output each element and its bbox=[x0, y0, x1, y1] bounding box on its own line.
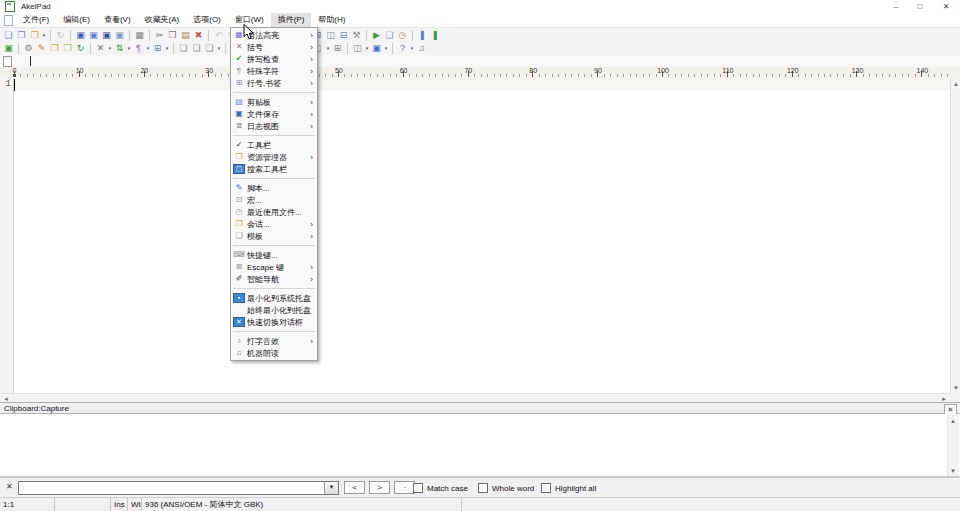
plugins-menu-item-smart-navigation[interactable]: ✐智能导航› bbox=[231, 273, 317, 285]
scroll-down-icon[interactable]: ▾ bbox=[948, 466, 958, 475]
menu-item-label: 最近使用文件... bbox=[247, 207, 302, 218]
save-as-button[interactable]: ▣ bbox=[87, 29, 100, 42]
maximize-button[interactable]: □ bbox=[908, 0, 932, 13]
text-editor-area[interactable]: 1 bbox=[0, 78, 950, 393]
menu-options[interactable]: 选项(O) bbox=[186, 13, 228, 27]
match-case-checkbox-box[interactable] bbox=[413, 483, 423, 493]
plugins-menu-item-log-view[interactable]: ≣日志视图› bbox=[231, 120, 317, 132]
menu-view[interactable]: 查看(V) bbox=[97, 13, 138, 27]
whole-word-checkbox-box[interactable] bbox=[478, 483, 488, 493]
dropdown-arrow-icon[interactable]: ▾ bbox=[216, 45, 222, 51]
plugins-menu-item-spell-check[interactable]: ✔拼写检查› bbox=[231, 53, 317, 65]
plugins-menu-item-always-minimize-to-tray[interactable]: 始终最小化到托盘 bbox=[231, 304, 317, 316]
highlight-all-checkbox-box[interactable] bbox=[541, 483, 551, 493]
plugins-menu-item-sessions[interactable]: ❒会话...› bbox=[231, 218, 317, 230]
help-book-1-button[interactable]: ❚ bbox=[416, 29, 429, 42]
dropdown-arrow-icon[interactable]: ▾ bbox=[41, 32, 47, 38]
plugins-menu-item-clipboard[interactable]: ▤剪贴板› bbox=[231, 96, 317, 108]
plugins-menu-item-macros[interactable]: ⊡宏... bbox=[231, 194, 317, 206]
vertical-scrollbar[interactable]: ▴ ▾ bbox=[950, 78, 960, 393]
plugins-menu-item-toolbar[interactable]: ✓工具栏 bbox=[231, 139, 317, 151]
settings-wrench-button[interactable]: ⚒ bbox=[350, 29, 363, 42]
highlight-settings-button[interactable]: ⚙ bbox=[22, 42, 35, 55]
clipboard-panel-content[interactable] bbox=[0, 414, 960, 477]
new-file-button[interactable]: ❏ bbox=[2, 29, 15, 42]
goto-arrows-button[interactable]: ⇅▾ bbox=[113, 42, 132, 55]
dropdown-arrow-icon[interactable]: ▾ bbox=[164, 45, 170, 51]
search-input[interactable] bbox=[20, 482, 320, 492]
scroll-up-icon[interactable]: ▴ bbox=[951, 79, 960, 88]
menu-edit[interactable]: 编辑(E) bbox=[56, 13, 97, 27]
plugins-menu-item-recent-files[interactable]: ◷最近使用文件... bbox=[231, 206, 317, 218]
special-char-insert-button[interactable]: ¶▾ bbox=[132, 42, 151, 55]
plugins-menu-item-search-toolbar[interactable]: ▢搜索工具栏 bbox=[231, 163, 317, 175]
find-dot-button[interactable]: · bbox=[394, 481, 415, 494]
match-case-checkbox[interactable]: Match case bbox=[413, 483, 468, 493]
plugins-menu-item-typing-sound[interactable]: ♪打字音效› bbox=[231, 335, 317, 347]
plugins-menu-item-escape-key[interactable]: ⊠Escape 键› bbox=[231, 261, 317, 273]
scroll-up-icon[interactable]: ▴ bbox=[948, 416, 958, 425]
plugins-menu-item-explorer[interactable]: ❒资源管理器› bbox=[231, 151, 317, 163]
split-vertical-button[interactable]: ◫ bbox=[324, 29, 337, 42]
copy-button[interactable]: ❐ bbox=[166, 29, 179, 42]
menu-file[interactable]: 文件(F) bbox=[16, 13, 56, 27]
highlight-all-checkbox[interactable]: Highlight all bbox=[541, 483, 596, 493]
search-combobox[interactable]: ▼ bbox=[18, 481, 339, 495]
plugins-menu-item-special-chars[interactable]: ¶特殊字符› bbox=[231, 65, 317, 77]
print-button[interactable]: ▦ bbox=[133, 29, 146, 42]
table-insert-button[interactable]: ⊞▾ bbox=[151, 42, 170, 55]
edit-pencil-button[interactable]: ✎ bbox=[35, 42, 48, 55]
save-copy-button[interactable]: ▣ bbox=[113, 29, 126, 42]
preview-page-button[interactable]: ❏ bbox=[383, 29, 396, 42]
brackets-select-button[interactable]: ✕▾ bbox=[94, 42, 113, 55]
scroll-down-icon[interactable]: ▾ bbox=[951, 383, 960, 392]
menu-favorites[interactable]: 收藏夹(A) bbox=[138, 13, 187, 27]
dropdown-arrow-icon[interactable]: ▾ bbox=[383, 45, 389, 51]
favorites-folder-button[interactable]: ❒ bbox=[48, 42, 61, 55]
save-all-button[interactable]: ▣ bbox=[100, 29, 113, 42]
menu-help[interactable]: 帮助(H) bbox=[311, 13, 352, 27]
search-folder-button[interactable]: ❒ bbox=[61, 42, 74, 55]
grid-toggle-button[interactable]: ⊞ bbox=[331, 42, 344, 55]
recent-clock-button[interactable]: ◷ bbox=[396, 29, 409, 42]
search-close-icon[interactable]: ✕ bbox=[6, 483, 13, 491]
help-book-2-button[interactable]: ❚ bbox=[429, 29, 442, 42]
panel-dd-button[interactable]: ▣▾ bbox=[370, 42, 389, 55]
split-horizontal-button[interactable]: ⊟ bbox=[337, 29, 350, 42]
run-script-button[interactable]: ▶ bbox=[370, 29, 383, 42]
plugins-menu-item-minimize-to-tray[interactable]: ▪最小化到系统托盘 bbox=[231, 292, 317, 304]
coder-badge-button[interactable]: ▣ bbox=[2, 42, 15, 55]
find-next-button[interactable]: > bbox=[369, 481, 390, 494]
plugins-menu-item-scripts[interactable]: ✎脚本... bbox=[231, 182, 317, 194]
speech-speak-button[interactable]: ♫ bbox=[415, 42, 428, 55]
plugins-menu-item-templates[interactable]: ❏模板› bbox=[231, 230, 317, 242]
combo-dropdown-icon[interactable]: ▼ bbox=[324, 482, 338, 494]
doc-action-2-button[interactable]: ❏ bbox=[190, 42, 203, 55]
ruler-label: 70 bbox=[464, 67, 472, 74]
clipboard-scrollbar[interactable]: ▴ ▾ bbox=[947, 415, 959, 476]
toolbar-separator bbox=[208, 30, 209, 41]
doc-action-1-button[interactable]: ❏ bbox=[177, 42, 190, 55]
paste-button[interactable]: ▤ bbox=[179, 29, 192, 42]
plugins-menu-item-hotkeys[interactable]: ⌨快捷键... bbox=[231, 249, 317, 261]
save-file-button[interactable]: ▣ bbox=[74, 29, 87, 42]
cut-button[interactable]: ✂ bbox=[153, 29, 166, 42]
submenu-arrow-icon: › bbox=[310, 31, 313, 40]
document-tab-icon[interactable] bbox=[3, 56, 12, 67]
tray-dd-button[interactable]: ◫▾ bbox=[351, 42, 370, 55]
new-window-button[interactable]: ❐ bbox=[15, 29, 28, 42]
refresh-button[interactable]: ↻ bbox=[74, 42, 87, 55]
plugins-menu-item-quick-switch-dialog[interactable]: ✕快速切换对话框 bbox=[231, 316, 317, 328]
menu-plugins[interactable]: 插件(P) bbox=[271, 13, 312, 27]
open-file-button[interactable]: ❒▾ bbox=[28, 29, 47, 42]
plugins-menu-item-file-save[interactable]: ▣文件保存› bbox=[231, 108, 317, 120]
minimize-button[interactable]: – bbox=[884, 0, 908, 13]
delete-button[interactable]: ✖ bbox=[192, 29, 205, 42]
whole-word-checkbox[interactable]: Whole word bbox=[478, 483, 534, 493]
find-prev-button[interactable]: < bbox=[344, 481, 365, 494]
plugins-menu-item-speech-reader[interactable]: ♫机器朗读 bbox=[231, 347, 317, 359]
plugins-menu-item-line-board[interactable]: ⊞行号,书签› bbox=[231, 77, 317, 89]
close-button[interactable]: ✕ bbox=[932, 0, 960, 13]
help-dd-button[interactable]: ?▾ bbox=[396, 42, 415, 55]
doc-action-3-button[interactable]: ❏▾ bbox=[203, 42, 222, 55]
